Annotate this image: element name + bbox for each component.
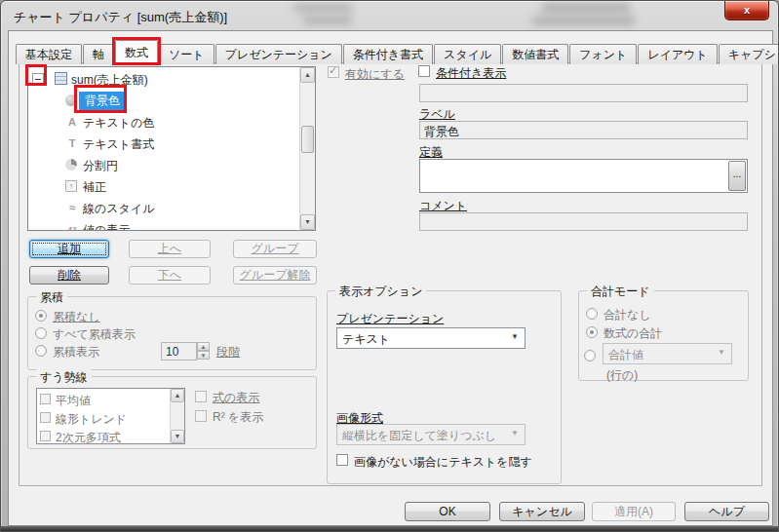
collapse-minus-icon[interactable] [32, 73, 44, 85]
window-title: チャート プロパティ [sum(売上金額)] [14, 9, 227, 26]
add-button[interactable]: 追加 [29, 240, 109, 258]
trend-lines-title: すう勢線 [36, 369, 92, 386]
full-accumulation-radio[interactable] [35, 327, 47, 339]
delete-button[interactable]: 削除 [29, 266, 109, 285]
ungroup-button[interactable]: グループ解除 [233, 266, 317, 285]
trend-scrollbar[interactable]: ▲ ▼ [170, 389, 184, 443]
aero-glass-reflection [293, 4, 352, 12]
demote-button[interactable]: 下へ [129, 266, 211, 285]
image-format-dropdown[interactable]: 縦横比を固定して塗りつぶし ▼ [336, 424, 526, 445]
tree-item[interactable]: A テキストの色 [28, 112, 297, 133]
tab-sort[interactable]: ソート [159, 44, 214, 64]
show-r2-checkbox[interactable] [195, 410, 207, 422]
enable-label: 有効にする [345, 66, 405, 83]
tree-item[interactable]: ↑ 補正 [28, 176, 297, 198]
definition-browse-button[interactable]: ... [728, 161, 746, 191]
scrollbar-thumb[interactable] [301, 126, 314, 153]
group-button[interactable]: グループ [233, 240, 317, 258]
presentation-label: プレゼンテーション [336, 311, 444, 327]
tab-general[interactable]: 基本設定 [16, 44, 82, 64]
tab-visual-cues[interactable]: 条件付き書式 [343, 44, 433, 64]
show-r2-label: R² を表示 [213, 409, 263, 426]
scroll-down-icon[interactable]: ▼ [300, 214, 315, 230]
tree-item[interactable]: 42 値の表示 [28, 219, 297, 231]
list-item-label: 2次元多項式 [56, 430, 121, 446]
check-icon: ✓ [329, 64, 337, 77]
tree-item-label: sum(売上金額) [71, 72, 148, 89]
line-style-icon: ≈ [65, 201, 79, 214]
steps-suffix-label: 段階 [216, 344, 240, 361]
cancel-button[interactable]: キャンセル [499, 502, 585, 521]
tab-number-format[interactable]: 数値書式 [502, 44, 568, 64]
expression-total-radio[interactable] [586, 326, 598, 338]
average-checkbox[interactable] [40, 394, 51, 404]
accumulate-steps-label: 累積表示 [53, 344, 99, 361]
steps-input[interactable]: 10 [161, 342, 197, 361]
definition-field[interactable] [419, 159, 748, 193]
tree-item-label: テキストの色 [83, 115, 154, 132]
aero-glass-reflection [542, 3, 630, 13]
linear-trend-checkbox[interactable] [40, 412, 51, 423]
tree-item-label: 背景色 [79, 92, 126, 110]
accumulate-steps-radio[interactable] [35, 345, 47, 357]
scroll-up-icon[interactable]: ▲ [171, 389, 184, 402]
comment-field[interactable] [419, 212, 748, 231]
spin-up-icon[interactable]: ▲ [197, 342, 210, 351]
apply-button[interactable]: 適用(A) [592, 502, 676, 521]
display-options-title: 表示オプション [335, 284, 426, 300]
hide-text-checkbox[interactable] [336, 454, 348, 466]
tab-expressions[interactable]: 数式 [115, 40, 158, 64]
tree-item[interactable]: ≈ 線のスタイル [28, 198, 297, 219]
show-equation-checkbox[interactable] [195, 391, 207, 402]
chevron-down-icon: ▼ [511, 332, 519, 341]
polynomial-checkbox[interactable] [40, 431, 51, 441]
list-item-label: 線形トレンド [56, 411, 127, 428]
tab-caption[interactable]: キャプション [719, 44, 779, 64]
offset-icon: ↑ [65, 180, 77, 192]
promote-button[interactable]: 上へ [129, 240, 211, 258]
presentation-value: テキスト [342, 331, 390, 348]
tree-item-label: テキスト書式 [83, 136, 154, 153]
text-format-icon: T [65, 136, 79, 150]
conditional-expression-field[interactable] [419, 84, 748, 102]
conditional-checkbox[interactable] [418, 65, 430, 77]
of-rows-label: (行の) [606, 367, 638, 384]
tab-font[interactable]: フォント [569, 44, 637, 64]
label-field[interactable]: 背景色 [419, 121, 748, 139]
scroll-down-icon[interactable]: ▼ [171, 430, 184, 443]
tree-item[interactable]: 分割円 [28, 155, 297, 176]
aggregate-total-radio[interactable] [584, 350, 596, 361]
title-bar[interactable]: チャート プロパティ [sum(売上金額)] x [1, 1, 778, 30]
enable-checkbox[interactable]: ✓ [328, 66, 339, 78]
tab-style[interactable]: スタイル [434, 44, 501, 64]
tab-axes[interactable]: 軸 [83, 44, 114, 64]
tree-item-label: 線のスタイル [83, 201, 154, 217]
tree-item-label: 分割円 [83, 158, 118, 174]
hide-text-label: 画像がない場合にテキストを隠す [354, 454, 532, 471]
tree-item[interactable]: T テキスト書式 [28, 133, 297, 155]
expression-tree[interactable]: sum(売上金額) 背景色 A テキストの色 T テキスト書式 分割円 ↑ 補正 [27, 66, 316, 231]
presentation-dropdown[interactable]: テキスト ▼ [336, 327, 526, 349]
tree-item-root[interactable]: sum(売上金額) [28, 69, 297, 91]
chevron-down-icon: ▼ [718, 348, 725, 357]
window-frame-edge [1, 526, 778, 531]
trend-lines-list[interactable]: 平均値 線形トレンド 2次元多項式 ▲ ▼ [36, 388, 185, 444]
no-totals-radio[interactable] [586, 308, 598, 320]
dialog-body: 基本設定 軸 数式 ソート プレゼンテーション 条件付き書式 スタイル 数値書式… [8, 30, 773, 526]
total-value-dropdown[interactable]: 合計値 ▼ [603, 343, 732, 364]
tree-scrollbar[interactable]: ▲ ▼ [299, 67, 315, 230]
full-accumulation-label: すべて累積表示 [53, 326, 136, 343]
tree-item[interactable]: 背景色 [28, 91, 297, 112]
scroll-up-icon[interactable]: ▲ [300, 67, 315, 83]
ok-button[interactable]: OK [405, 502, 490, 521]
table-icon [55, 72, 67, 85]
no-accumulation-radio[interactable] [35, 310, 47, 322]
close-button[interactable]: x [724, 1, 769, 20]
tree-item-label: 値の表示 [83, 222, 130, 231]
spin-down-icon[interactable]: ▼ [197, 351, 210, 360]
tab-presentation[interactable]: プレゼンテーション [215, 44, 342, 64]
help-button[interactable]: ヘルプ [684, 502, 769, 521]
conditional-label: 条件付き表示 [436, 65, 506, 82]
total-value: 合計値 [608, 347, 643, 363]
tab-layout[interactable]: レイアウト [638, 44, 717, 64]
